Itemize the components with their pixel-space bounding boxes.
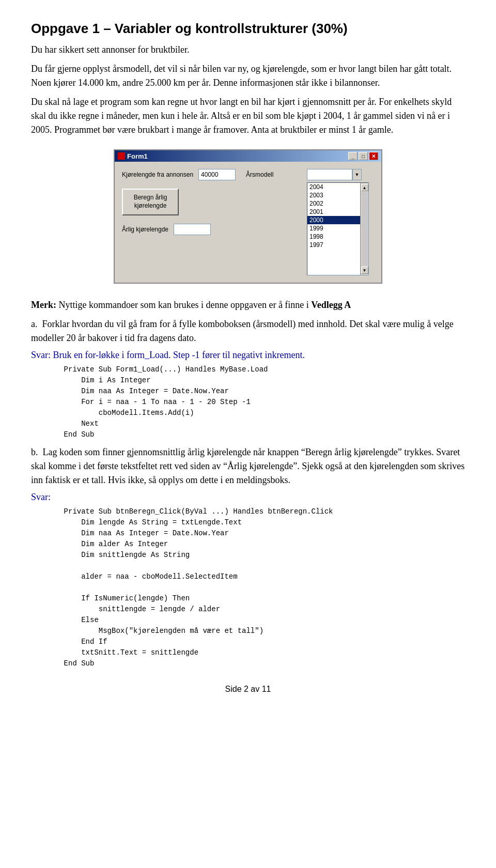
list-item[interactable]: 1999	[307, 224, 360, 233]
win-controls: _ □ ✕	[348, 152, 378, 160]
combo-input-field[interactable]	[307, 169, 352, 180]
question-b: b. Lag koden som finner gjennomsnittlig …	[31, 445, 465, 487]
scroll-down-arrow[interactable]: ▼	[361, 267, 368, 274]
question-a: a. Forklar hvordan du vil gå fram for å …	[31, 317, 465, 345]
code-block-a: Private Sub Form1_Load(...) Handles MyBa…	[47, 364, 465, 440]
kjørelengde-label: Kjørelengde fra annonsen	[122, 171, 193, 178]
listbox-items: 2004 2003 2002 2001 2000 1999 1998 1997	[307, 183, 360, 275]
svar-a-label: Svar: Bruk en for-løkke i form_Load. Ste…	[31, 348, 465, 362]
arlig-kjørelengde-input[interactable]	[174, 224, 211, 235]
win-minimize-button[interactable]: _	[348, 152, 358, 160]
scroll-track	[362, 192, 368, 266]
arsmodell-combo[interactable]: ▼	[307, 169, 374, 180]
list-item[interactable]: 1998	[307, 233, 360, 241]
list-item[interactable]: 1997	[307, 241, 360, 249]
win-left-panel: Kjørelengde fra annonsen Årsmodell Bereg…	[122, 169, 302, 275]
paragraph-1: Du har sikkert sett annonser for bruktbi…	[31, 43, 465, 57]
scroll-up-arrow[interactable]: ▲	[361, 184, 368, 191]
arsmodell-listbox[interactable]: 2004 2003 2002 2001 2000 1999 1998 1997 …	[307, 182, 369, 275]
paragraph-3: Du skal nå lage et program som kan regne…	[31, 95, 465, 137]
merk-paragraph: Merk: Nyttige kommandoer som kan brukes …	[31, 298, 465, 312]
list-item[interactable]: 2004	[307, 183, 360, 191]
win-close-button[interactable]: ✕	[369, 152, 378, 160]
beregn-button[interactable]: Beregn årligkjørelengde	[122, 189, 179, 215]
form-window-container: Form1 _ □ ✕ Kjørelengde fra annonsen Års…	[31, 149, 465, 284]
win-titlebar-left: Form1	[118, 152, 148, 160]
list-item[interactable]: 2002	[307, 199, 360, 208]
win-right-panel: ▼ 2004 2003 2002 2001 2000 1999 1998 199…	[307, 169, 374, 275]
win-form-fields: Kjørelengde fra annonsen Årsmodell Bereg…	[122, 169, 302, 235]
merk-body-text: Nyttige kommandoer som kan brukes i denn…	[56, 300, 311, 310]
combo-dropdown-button[interactable]: ▼	[352, 169, 362, 180]
arsmodell-section: ▼ 2004 2003 2002 2001 2000 1999 1998 199…	[307, 169, 374, 275]
win-maximize-button[interactable]: □	[359, 152, 368, 160]
arsmodell-label: Årsmodell	[246, 171, 273, 178]
page-title: Oppgave 1 – Variabler og kontrollstruktu…	[31, 21, 465, 37]
paragraph-2: Du får gjerne opplyst årsmodell, det vil…	[31, 62, 465, 90]
win-frame: Form1 _ □ ✕ Kjørelengde fra annonsen Års…	[114, 149, 382, 284]
page-footer: Side 2 av 11	[31, 685, 465, 694]
list-item[interactable]: 2001	[307, 208, 360, 216]
vedlegg-ref: Vedlegg A	[311, 300, 351, 310]
listbox-scrollbar[interactable]: ▲ ▼	[360, 183, 368, 275]
merk-label: Merk:	[31, 300, 56, 310]
page-number: Side 2 av 11	[225, 685, 271, 693]
arlig-kjørelengde-label: Årlig kjørelengde	[122, 226, 168, 233]
list-item[interactable]: 2003	[307, 191, 360, 199]
list-item-selected[interactable]: 2000	[307, 216, 360, 224]
win-app-icon	[118, 152, 125, 160]
win-title-label: Form1	[127, 152, 148, 160]
kjørelengde-input[interactable]	[198, 169, 236, 180]
code-block-b: Private Sub btnBeregn_Click(ByVal ...) H…	[47, 506, 465, 669]
win-body: Kjørelengde fra annonsen Årsmodell Bereg…	[115, 162, 381, 283]
svar-b-label: Svar:	[31, 490, 465, 504]
win-titlebar: Form1 _ □ ✕	[115, 150, 381, 162]
